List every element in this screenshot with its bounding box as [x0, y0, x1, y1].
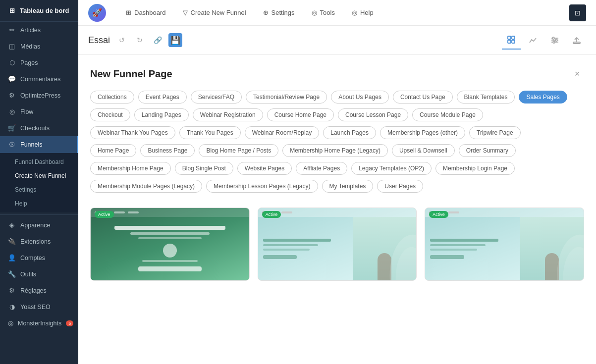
tmpl-bar — [91, 208, 249, 217]
reglages-icon: ⚙ — [8, 287, 16, 294]
tag-about-us[interactable]: About Us Pages — [331, 91, 389, 104]
svg-rect-2 — [508, 40, 511, 43]
template-card-2[interactable]: Active — [258, 208, 417, 281]
tag-home-page[interactable]: Home Page — [90, 144, 136, 157]
help-icon: ◎ — [352, 9, 357, 16]
tag-business-page[interactable]: Business Page — [140, 144, 195, 157]
export-view-button[interactable] — [567, 31, 586, 50]
sidebar-divider — [0, 214, 78, 215]
tag-thank-you[interactable]: Thank You Pages — [179, 126, 241, 139]
structure-view-button[interactable] — [502, 31, 521, 50]
tag-membership-module[interactable]: Membership Module Pages (Legacy) — [90, 180, 202, 193]
tmpl-nav — [128, 211, 139, 213]
tag-my-templates[interactable]: My Templates — [322, 180, 374, 193]
sidebar-item-label: OptimizePress — [20, 92, 60, 99]
tag-course-home[interactable]: Course Home Page — [267, 108, 334, 121]
tag-launch-pages[interactable]: Launch Pages — [323, 126, 376, 139]
tmpl-sub2 — [138, 237, 202, 239]
sidebar-item-reglages[interactable]: ⚙ Réglages — [0, 282, 78, 299]
sidebar-item-label: Commentaires — [20, 76, 60, 83]
topnav-tools[interactable]: ◎ Tools — [305, 5, 342, 20]
tag-webinar-thanks[interactable]: Webinar Thank You Pages — [90, 126, 175, 139]
tag-user-pages[interactable]: User Pages — [377, 180, 423, 193]
tmpl-nav — [448, 211, 459, 213]
settings-view-button[interactable] — [545, 31, 564, 50]
tag-blog-single[interactable]: Blog Single Post — [175, 162, 233, 175]
tag-sales-pages[interactable]: Sales Pages — [519, 91, 567, 104]
tag-upsell[interactable]: Upsell & Downsell — [392, 144, 455, 157]
tag-tripwire[interactable]: Tripwire Page — [469, 126, 521, 139]
tag-website-pages[interactable]: Website Pages — [237, 162, 292, 175]
analytics-view-button[interactable] — [524, 31, 542, 50]
sidebar-item-monster[interactable]: ◎ MonsterInsights 5 — [0, 315, 78, 331]
sidebar-item-articles[interactable]: ✏ Articles — [0, 22, 78, 38]
sidebar-item-flow[interactable]: ◎ Flow — [0, 104, 78, 120]
tag-membership-login[interactable]: Membership Login Page — [435, 162, 515, 175]
tag-legacy-op2[interactable]: Legacy Templates (OP2) — [351, 162, 432, 175]
topnav-dashboard[interactable]: ⊞ Dashboard — [119, 5, 173, 20]
link-button[interactable]: 🔗 — [151, 33, 164, 47]
redo-button[interactable]: ↻ — [133, 33, 147, 47]
sidebar-sub-settings[interactable]: Settings — [0, 183, 78, 197]
tag-blog-home[interactable]: Blog Home Page / Posts — [199, 144, 278, 157]
topnav-create-funnel[interactable]: ▽ Create New Funnel — [176, 5, 253, 20]
funnels-icon: ⦾ — [8, 141, 16, 149]
topnav-settings[interactable]: ⊕ Settings — [256, 5, 302, 20]
tag-membership-home[interactable]: Membership Home Page — [90, 162, 171, 175]
sidebar-item-optimizepress[interactable]: ⚙ OptimizePress — [0, 87, 78, 104]
sidebar-sub-help[interactable]: Help — [0, 197, 78, 210]
sidebar-item-funnels[interactable]: ⦾ Funnels — [0, 136, 78, 153]
tag-webinar-reg[interactable]: Webinar Registration — [193, 108, 263, 121]
tag-affiliate[interactable]: Affliate Pages — [296, 162, 347, 175]
sidebar-item-pages[interactable]: ⬡ Pages — [0, 54, 78, 71]
topnav-help[interactable]: ◎ Help — [345, 5, 380, 20]
tmpl-line — [430, 239, 498, 242]
tag-course-module[interactable]: Course Module Page — [412, 108, 483, 121]
yoast-icon: ◑ — [8, 303, 16, 311]
sidebar-item-outils[interactable]: 🔧 Outils — [0, 266, 78, 282]
tag-collections[interactable]: Collections — [90, 91, 134, 104]
sidebar-item-checkouts[interactable]: 🛒 Checkouts — [0, 120, 78, 136]
sidebar-item-label: Apparence — [20, 222, 50, 229]
tag-membership-home-legacy[interactable]: Membership Home Page (Legacy) — [282, 144, 388, 157]
app-logo: 🚀 — [88, 4, 106, 22]
expand-icon[interactable]: ⊡ — [569, 4, 586, 21]
sidebar-item-apparence[interactable]: ◈ Apparence — [0, 217, 78, 233]
tag-services-faq[interactable]: Services/FAQ — [191, 91, 242, 104]
sidebar-item-comptes[interactable]: 👤 Comptes — [0, 250, 78, 266]
tag-webinar-room[interactable]: Webinar Room/Replay — [245, 126, 320, 139]
close-button[interactable]: × — [570, 67, 584, 81]
undo-button[interactable]: ↺ — [115, 33, 129, 47]
sidebar-item-commentaires[interactable]: 💬 Commentaires — [0, 71, 78, 87]
tmpl-line — [263, 244, 319, 246]
tag-row-5: Membership Home Page Blog Single Post We… — [90, 162, 584, 175]
tag-checkout[interactable]: Checkout — [90, 108, 130, 121]
tag-event-pages[interactable]: Event Pages — [138, 91, 187, 104]
pages-icon: ⬡ — [8, 59, 16, 66]
sidebar: ⊞ Tableau de bord ✏ Articles ◫ Médias ⬡ … — [0, 0, 78, 364]
sidebar-item-label: Yoast SEO — [20, 304, 51, 311]
template-card-3-content — [425, 208, 584, 280]
tag-membership-other[interactable]: Membership Pages (other) — [380, 126, 465, 139]
svg-rect-3 — [512, 40, 515, 43]
active-badge: Active — [95, 211, 114, 218]
template-card-1[interactable]: Active — [90, 208, 250, 281]
sidebar-item-extensions[interactable]: 🔌 Extensions — [0, 233, 78, 250]
save-button[interactable]: 💾 — [168, 33, 182, 47]
sidebar-item-yoast[interactable]: ◑ Yoast SEO — [0, 299, 78, 315]
tag-landing-pages[interactable]: Landing Pages — [134, 108, 189, 121]
tag-order-summary[interactable]: Order Summary — [459, 144, 516, 157]
sidebar-item-label: MonsterInsights — [18, 320, 61, 327]
template-card-3[interactable]: Active — [425, 208, 584, 281]
sidebar-sub-funnel-dashboard[interactable]: Funnel Dashboard — [0, 155, 78, 169]
sidebar-item-medias[interactable]: ◫ Médias — [0, 38, 78, 54]
tag-blank-templates[interactable]: Blank Templates — [457, 91, 515, 104]
tag-membership-lesson[interactable]: Membership Lesson Pages (Legacy) — [206, 180, 318, 193]
tag-course-lesson[interactable]: Course Lesson Page — [338, 108, 408, 121]
tag-contact-us[interactable]: Contact Us Page — [393, 91, 453, 104]
tmpl-btn — [138, 266, 202, 271]
sidebar-sub-create-new-funnel[interactable]: Create New Funnel — [0, 169, 78, 183]
tag-row-1: Collections Event Pages Services/FAQ Tes… — [90, 91, 584, 104]
medias-icon: ◫ — [8, 43, 16, 50]
tag-testimonial[interactable]: Testimonial/Review Page — [246, 91, 327, 104]
